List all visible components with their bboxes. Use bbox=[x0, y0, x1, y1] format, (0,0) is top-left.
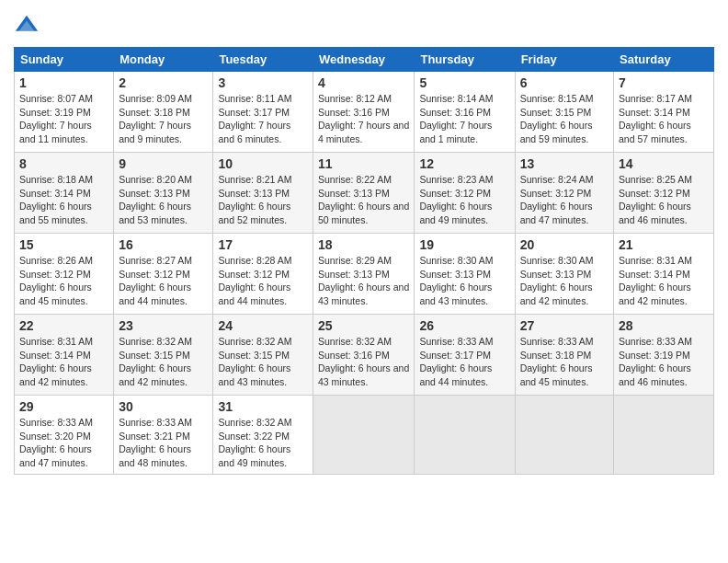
day-number: 29 bbox=[19, 399, 108, 414]
day-detail: Sunrise: 8:30 AMSunset: 3:13 PMDaylight:… bbox=[520, 254, 609, 308]
calendar-cell: 10Sunrise: 8:21 AMSunset: 3:13 PMDayligh… bbox=[213, 153, 313, 234]
weekday-header-row: SundayMondayTuesdayWednesdayThursdayFrid… bbox=[15, 48, 714, 72]
day-detail: Sunrise: 8:24 AMSunset: 3:12 PMDaylight:… bbox=[520, 173, 609, 227]
calendar-cell: 28Sunrise: 8:33 AMSunset: 3:19 PMDayligh… bbox=[614, 315, 714, 396]
day-detail: Sunrise: 8:15 AMSunset: 3:15 PMDaylight:… bbox=[520, 92, 609, 146]
day-detail: Sunrise: 8:33 AMSunset: 3:18 PMDaylight:… bbox=[520, 335, 609, 389]
day-detail: Sunrise: 8:20 AMSunset: 3:13 PMDaylight:… bbox=[119, 173, 208, 227]
calendar-cell: 15Sunrise: 8:26 AMSunset: 3:12 PMDayligh… bbox=[15, 234, 114, 315]
day-detail: Sunrise: 8:32 AMSunset: 3:15 PMDaylight:… bbox=[119, 335, 208, 389]
day-number: 11 bbox=[318, 156, 409, 171]
calendar-cell: 1Sunrise: 8:07 AMSunset: 3:19 PMDaylight… bbox=[15, 72, 114, 153]
day-number: 22 bbox=[19, 318, 108, 333]
day-detail: Sunrise: 8:17 AMSunset: 3:14 PMDaylight:… bbox=[619, 92, 709, 146]
day-number: 3 bbox=[218, 75, 308, 90]
day-number: 14 bbox=[619, 156, 709, 171]
day-number: 27 bbox=[520, 318, 609, 333]
weekday-header-friday: Friday bbox=[515, 48, 613, 72]
day-detail: Sunrise: 8:33 AMSunset: 3:20 PMDaylight:… bbox=[19, 416, 108, 470]
day-number: 1 bbox=[19, 75, 108, 90]
calendar-cell: 31Sunrise: 8:32 AMSunset: 3:22 PMDayligh… bbox=[213, 396, 313, 475]
weekday-header-tuesday: Tuesday bbox=[213, 48, 313, 72]
day-number: 8 bbox=[19, 156, 108, 171]
day-detail: Sunrise: 8:07 AMSunset: 3:19 PMDaylight:… bbox=[19, 92, 108, 146]
day-number: 21 bbox=[619, 237, 709, 252]
day-number: 13 bbox=[520, 156, 609, 171]
calendar-cell: 22Sunrise: 8:31 AMSunset: 3:14 PMDayligh… bbox=[15, 315, 114, 396]
day-detail: Sunrise: 8:09 AMSunset: 3:18 PMDaylight:… bbox=[119, 92, 208, 146]
week-row-2: 8Sunrise: 8:18 AMSunset: 3:14 PMDaylight… bbox=[15, 153, 714, 234]
calendar-cell: 18Sunrise: 8:29 AMSunset: 3:13 PMDayligh… bbox=[313, 234, 415, 315]
calendar-cell: 25Sunrise: 8:32 AMSunset: 3:16 PMDayligh… bbox=[313, 315, 415, 396]
day-number: 25 bbox=[318, 318, 409, 333]
day-number: 24 bbox=[218, 318, 308, 333]
week-row-3: 15Sunrise: 8:26 AMSunset: 3:12 PMDayligh… bbox=[15, 234, 714, 315]
calendar-cell: 24Sunrise: 8:32 AMSunset: 3:15 PMDayligh… bbox=[213, 315, 313, 396]
calendar-cell: 7Sunrise: 8:17 AMSunset: 3:14 PMDaylight… bbox=[614, 72, 714, 153]
calendar-cell: 13Sunrise: 8:24 AMSunset: 3:12 PMDayligh… bbox=[515, 153, 613, 234]
day-detail: Sunrise: 8:33 AMSunset: 3:19 PMDaylight:… bbox=[619, 335, 709, 389]
calendar-cell bbox=[515, 396, 613, 475]
day-number: 5 bbox=[419, 75, 509, 90]
calendar-cell: 29Sunrise: 8:33 AMSunset: 3:20 PMDayligh… bbox=[15, 396, 114, 475]
day-detail: Sunrise: 8:32 AMSunset: 3:22 PMDaylight:… bbox=[218, 416, 308, 470]
day-detail: Sunrise: 8:22 AMSunset: 3:13 PMDaylight:… bbox=[318, 173, 409, 227]
day-number: 12 bbox=[419, 156, 509, 171]
calendar-cell: 5Sunrise: 8:14 AMSunset: 3:16 PMDaylight… bbox=[415, 72, 515, 153]
calendar-cell: 27Sunrise: 8:33 AMSunset: 3:18 PMDayligh… bbox=[515, 315, 613, 396]
calendar-cell: 2Sunrise: 8:09 AMSunset: 3:18 PMDaylight… bbox=[114, 72, 213, 153]
logo-icon bbox=[14, 14, 40, 40]
weekday-header-wednesday: Wednesday bbox=[313, 48, 415, 72]
day-detail: Sunrise: 8:21 AMSunset: 3:13 PMDaylight:… bbox=[218, 173, 308, 227]
day-number: 23 bbox=[119, 318, 208, 333]
day-number: 20 bbox=[520, 237, 609, 252]
calendar-table: SundayMondayTuesdayWednesdayThursdayFrid… bbox=[14, 47, 714, 475]
day-detail: Sunrise: 8:23 AMSunset: 3:12 PMDaylight:… bbox=[419, 173, 509, 227]
calendar-cell: 12Sunrise: 8:23 AMSunset: 3:12 PMDayligh… bbox=[415, 153, 515, 234]
day-detail: Sunrise: 8:33 AMSunset: 3:17 PMDaylight:… bbox=[419, 335, 509, 389]
calendar-cell: 19Sunrise: 8:30 AMSunset: 3:13 PMDayligh… bbox=[415, 234, 515, 315]
day-detail: Sunrise: 8:14 AMSunset: 3:16 PMDaylight:… bbox=[419, 92, 509, 146]
calendar-cell: 11Sunrise: 8:22 AMSunset: 3:13 PMDayligh… bbox=[313, 153, 415, 234]
day-number: 9 bbox=[119, 156, 208, 171]
day-number: 2 bbox=[119, 75, 208, 90]
week-row-1: 1Sunrise: 8:07 AMSunset: 3:19 PMDaylight… bbox=[15, 72, 714, 153]
weekday-header-thursday: Thursday bbox=[415, 48, 515, 72]
day-number: 18 bbox=[318, 237, 409, 252]
logo bbox=[14, 14, 43, 40]
calendar-cell: 21Sunrise: 8:31 AMSunset: 3:14 PMDayligh… bbox=[614, 234, 714, 315]
day-detail: Sunrise: 8:18 AMSunset: 3:14 PMDaylight:… bbox=[19, 173, 108, 227]
day-number: 16 bbox=[119, 237, 208, 252]
calendar-cell: 16Sunrise: 8:27 AMSunset: 3:12 PMDayligh… bbox=[114, 234, 213, 315]
day-detail: Sunrise: 8:29 AMSunset: 3:13 PMDaylight:… bbox=[318, 254, 409, 308]
day-number: 26 bbox=[419, 318, 509, 333]
day-detail: Sunrise: 8:26 AMSunset: 3:12 PMDaylight:… bbox=[19, 254, 108, 308]
day-number: 10 bbox=[218, 156, 308, 171]
day-number: 30 bbox=[119, 399, 208, 414]
day-number: 31 bbox=[218, 399, 308, 414]
weekday-header-sunday: Sunday bbox=[15, 48, 114, 72]
calendar-cell: 3Sunrise: 8:11 AMSunset: 3:17 PMDaylight… bbox=[213, 72, 313, 153]
day-detail: Sunrise: 8:33 AMSunset: 3:21 PMDaylight:… bbox=[119, 416, 208, 470]
day-detail: Sunrise: 8:11 AMSunset: 3:17 PMDaylight:… bbox=[218, 92, 308, 146]
day-detail: Sunrise: 8:27 AMSunset: 3:12 PMDaylight:… bbox=[119, 254, 208, 308]
calendar-cell: 23Sunrise: 8:32 AMSunset: 3:15 PMDayligh… bbox=[114, 315, 213, 396]
day-detail: Sunrise: 8:32 AMSunset: 3:15 PMDaylight:… bbox=[218, 335, 308, 389]
calendar-cell bbox=[313, 396, 415, 475]
calendar-cell bbox=[415, 396, 515, 475]
calendar-cell: 6Sunrise: 8:15 AMSunset: 3:15 PMDaylight… bbox=[515, 72, 613, 153]
calendar-cell: 30Sunrise: 8:33 AMSunset: 3:21 PMDayligh… bbox=[114, 396, 213, 475]
calendar-cell bbox=[614, 396, 714, 475]
day-detail: Sunrise: 8:25 AMSunset: 3:12 PMDaylight:… bbox=[619, 173, 709, 227]
day-detail: Sunrise: 8:32 AMSunset: 3:16 PMDaylight:… bbox=[318, 335, 409, 389]
day-number: 15 bbox=[19, 237, 108, 252]
day-number: 28 bbox=[619, 318, 709, 333]
calendar-cell: 9Sunrise: 8:20 AMSunset: 3:13 PMDaylight… bbox=[114, 153, 213, 234]
day-number: 6 bbox=[520, 75, 609, 90]
calendar-cell: 4Sunrise: 8:12 AMSunset: 3:16 PMDaylight… bbox=[313, 72, 415, 153]
calendar-cell: 8Sunrise: 8:18 AMSunset: 3:14 PMDaylight… bbox=[15, 153, 114, 234]
day-detail: Sunrise: 8:31 AMSunset: 3:14 PMDaylight:… bbox=[619, 254, 709, 308]
weekday-header-saturday: Saturday bbox=[614, 48, 714, 72]
calendar-container: SundayMondayTuesdayWednesdayThursdayFrid… bbox=[0, 0, 728, 484]
calendar-cell: 20Sunrise: 8:30 AMSunset: 3:13 PMDayligh… bbox=[515, 234, 613, 315]
